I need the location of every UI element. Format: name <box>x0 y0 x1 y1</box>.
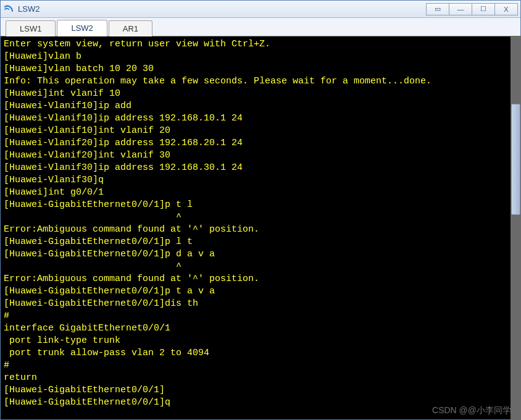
app-icon <box>3 4 14 15</box>
window-title: LSW2 <box>18 4 427 14</box>
tab-ar1[interactable]: AR1 <box>109 20 152 36</box>
app-window: LSW2 ▭ — ☐ X LSW1 LSW2 AR1 Enter system … <box>0 0 521 420</box>
terminal-output[interactable]: Enter system view, return user view with… <box>1 36 520 419</box>
maximize-button[interactable]: ☐ <box>472 3 495 15</box>
tab-lsw1[interactable]: LSW1 <box>6 20 56 36</box>
tab-lsw2[interactable]: LSW2 <box>57 20 107 36</box>
close-button[interactable]: X <box>494 3 518 15</box>
extra-button[interactable]: ▭ <box>426 3 449 15</box>
tab-bar: LSW1 LSW2 AR1 <box>1 18 520 36</box>
window-controls: ▭ — ☐ X <box>427 3 518 15</box>
vertical-scrollbar[interactable] <box>511 36 521 420</box>
titlebar[interactable]: LSW2 ▭ — ☐ X <box>1 1 520 18</box>
minimize-button[interactable]: — <box>449 3 472 15</box>
scrollbar-thumb[interactable] <box>511 104 520 215</box>
